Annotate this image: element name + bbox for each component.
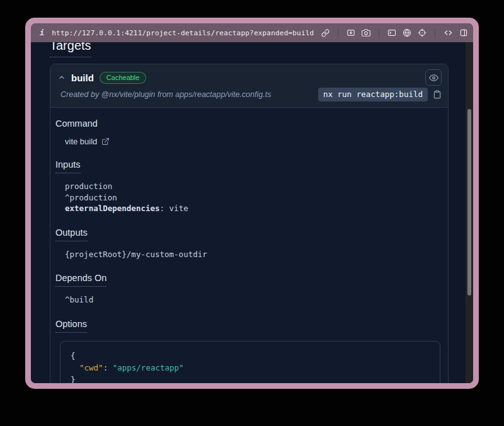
run-command-chip: nx run reactapp:build <box>318 88 428 101</box>
target-panel-build: build Cacheable Created by @nx/vite/plug… <box>50 64 449 383</box>
input-item: externalDependencies: vite <box>65 203 440 214</box>
link-icon[interactable] <box>321 29 329 37</box>
inputs-heading: Inputs <box>55 159 81 173</box>
scrollbar-track[interactable] <box>466 42 473 383</box>
depends-on-item: ^build <box>65 294 440 306</box>
command-heading: Command <box>55 118 98 129</box>
chevron-up-icon[interactable] <box>58 74 66 81</box>
code-icon[interactable] <box>444 28 453 37</box>
browser-toolbar: i http://127.0.0.1:4211/project-details/… <box>31 23 473 42</box>
globe-icon[interactable] <box>403 28 411 37</box>
page-content: Targets build Cacheable <box>31 42 473 383</box>
toolbar-divider <box>379 29 379 37</box>
depends-on-heading: Depends On <box>55 273 106 287</box>
input-key: externalDependencies <box>65 204 160 213</box>
output-item: {projectRoot}/my-custom-outdir <box>65 249 440 260</box>
import-icon[interactable] <box>346 28 355 37</box>
command-value: vite build <box>65 137 97 146</box>
json-value: "apps/reactapp" <box>113 363 184 372</box>
section-options: Options { "cwd": "apps/reactapp" } <box>55 319 440 384</box>
code-line: "cwd": "apps/reactapp" <box>71 362 430 374</box>
json-key: "cwd" <box>79 363 103 372</box>
toolbar-divider <box>338 29 338 37</box>
copy-command-button[interactable] <box>433 90 442 99</box>
input-item: ^production <box>65 192 440 204</box>
created-by-text: Created by @nx/vite/plugin from apps/rea… <box>60 90 271 99</box>
info-icon: i <box>40 28 44 37</box>
json-colon: : <box>103 363 113 372</box>
command-value-link[interactable]: vite build <box>65 137 440 146</box>
browser-window: i http://127.0.0.1:4211/project-details/… <box>25 18 479 389</box>
page-title: Targets <box>50 42 91 57</box>
target-name: build <box>71 72 94 83</box>
code-line: } <box>71 374 430 384</box>
url-bar[interactable]: http://127.0.0.1:4211/project-details/re… <box>52 29 314 37</box>
cacheable-badge: Cacheable <box>100 72 147 84</box>
section-outputs: Outputs {projectRoot}/my-custom-outdir <box>55 227 440 260</box>
section-inputs: Inputs production ^production externalDe… <box>55 159 440 214</box>
section-command: Command vite build <box>55 118 440 146</box>
options-heading: Options <box>55 319 87 333</box>
build-title-row[interactable]: build Cacheable <box>58 69 442 86</box>
outputs-heading: Outputs <box>55 227 88 241</box>
clipboard-icon <box>433 90 442 99</box>
eye-icon <box>429 73 438 83</box>
input-separator: : <box>160 204 169 213</box>
input-item: production <box>65 181 440 192</box>
view-target-button[interactable] <box>425 69 442 86</box>
external-link-icon <box>101 137 110 146</box>
code-line: { <box>71 350 430 362</box>
camera-icon[interactable] <box>362 28 370 37</box>
sidebar-panel-icon[interactable] <box>459 28 468 37</box>
terminal-icon[interactable] <box>387 28 396 37</box>
build-panel-header: build Cacheable Created by @nx/vite/plug… <box>50 64 448 108</box>
toolbar-divider <box>435 29 435 37</box>
scrollbar-thumb[interactable] <box>467 109 471 296</box>
options-code-block: { "cwd": "apps/reactapp" } <box>60 341 440 384</box>
section-depends-on: Depends On ^build <box>55 273 440 306</box>
crosshair-icon[interactable] <box>418 28 427 37</box>
input-value: vite <box>169 204 188 213</box>
